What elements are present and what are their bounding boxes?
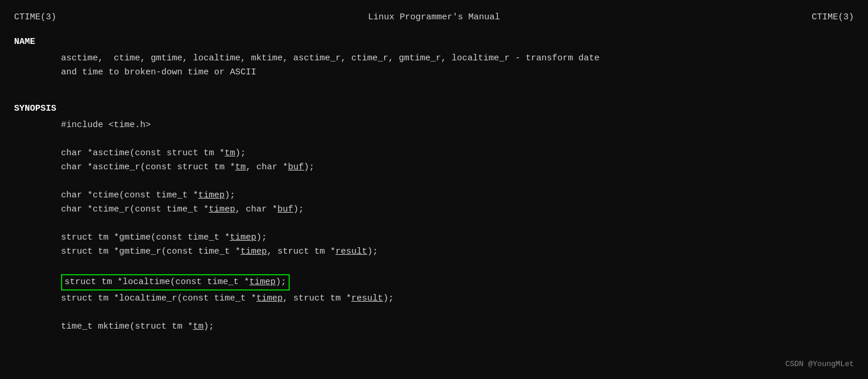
header-center: Linux Programmer's Manual [368,11,500,25]
result-underline-1: result [335,247,367,257]
header-right: CTIME(3) [812,11,854,25]
buf-underline-2: buf [277,204,293,214]
timep-underline-6: timep [256,293,283,303]
name-section: NAME asctime, ctime, gmtime, localtime, … [14,35,854,80]
tm-underline-3: tm [193,322,204,332]
timep-underline-5: timep [249,277,276,287]
watermark: CSDN @YoungMLet [785,358,854,371]
name-description-line1: asctime, ctime, gmtime, localtime, mktim… [14,52,854,66]
highlight-localtime: struct tm *localtime(const time_t *timep… [61,274,290,291]
synopsis-title: SYNOPSIS [14,102,854,116]
name-title: NAME [14,35,854,49]
result-underline-2: result [351,293,383,303]
timep-underline-1: timep [198,190,225,200]
include-line: #include <time.h> [14,118,854,132]
synopsis-line-5: struct tm *gmtime(const time_t *timep); [14,231,854,245]
synopsis-line-8: struct tm *localtime_r(const time_t *tim… [14,292,854,306]
timep-underline-4: timep [240,247,267,257]
synopsis-line-2: char *asctime_r(const struct tm *tm, cha… [14,161,854,175]
synopsis-line-3: char *ctime(const time_t *timep); [14,189,854,203]
synopsis-line-1: char *asctime(const struct tm *tm); [14,146,854,161]
synopsis-line-9: time_t mktime(struct tm *tm); [14,320,854,334]
tm-underline-1: tm [225,148,235,158]
timep-underline-2: timep [209,204,235,214]
synopsis-section: SYNOPSIS #include <time.h> char *asctime… [14,102,854,334]
tm-underline-2: tm [235,162,246,172]
buf-underline-1: buf [288,162,304,172]
header: CTIME(3) Linux Programmer's Manual CTIME… [14,11,854,25]
synopsis-line-4: char *ctime_r(const time_t *timep, char … [14,203,854,217]
timep-underline-3: timep [230,233,256,243]
synopsis-line-6: struct tm *gmtime_r(const time_t *timep,… [14,245,854,259]
synopsis-line-7: struct tm *localtime(const time_t *timep… [65,277,286,287]
header-left: CTIME(3) [14,11,56,25]
name-description-line2: and time to broken-down time or ASCII [14,66,854,80]
